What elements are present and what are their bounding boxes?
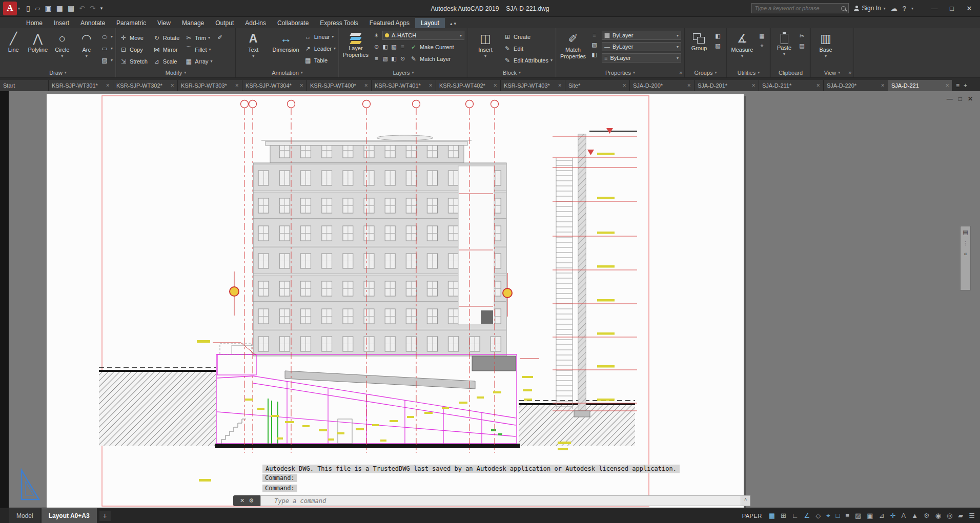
status-toggle-icon[interactable]: ▲ <box>911 512 918 519</box>
tab-overflow-icon[interactable]: ≡ <box>956 82 959 89</box>
match-properties-button[interactable]: ✐Match Properties <box>559 31 587 59</box>
command-close-icon[interactable]: ✕ <box>240 497 244 504</box>
layer-tool-icon[interactable]: ▧ <box>390 43 398 51</box>
ellipse-button[interactable]: ⬭▾ <box>100 32 113 41</box>
annotation-panel-label[interactable]: Annotation▾ <box>236 68 339 77</box>
app-menu-caret-icon[interactable]: ▾ <box>18 6 20 11</box>
ribbon-tab[interactable]: Manage <box>176 18 210 28</box>
status-toggle-icon[interactable]: ⚙ <box>924 512 930 519</box>
panel-overflow-icon[interactable]: » <box>848 70 851 75</box>
close-tab-icon[interactable]: ✕ <box>299 83 303 88</box>
file-tab[interactable]: KSR-SJP-WT401* ✕ <box>372 80 436 91</box>
file-tab[interactable]: KSR-SJP-WT302* ✕ <box>113 80 178 91</box>
groups-panel-label[interactable]: Groups▾ <box>685 68 726 77</box>
view-panel-label[interactable]: View▾» <box>811 68 853 77</box>
status-toggle-icon[interactable]: ≡ <box>845 512 849 519</box>
ribbon-tab[interactable]: Express Tools <box>314 18 363 28</box>
status-toggle-icon[interactable]: ◇ <box>815 512 821 519</box>
ribbon-tab[interactable]: Featured Apps <box>364 18 415 28</box>
properties-grid-icon[interactable]: ▧ <box>590 41 598 49</box>
quick-calculator-icon[interactable]: ▦ <box>758 32 766 40</box>
rectangle-button[interactable]: ▭▾ <box>100 44 113 53</box>
file-tab[interactable]: KSR-SJP-WT400* ✕ <box>307 80 372 91</box>
open-file-icon[interactable]: ▱ <box>35 4 40 12</box>
qat-dropdown-icon[interactable]: ▾ <box>100 6 103 11</box>
file-tab[interactable]: Start ✕ <box>0 80 49 91</box>
ribbon-tab[interactable]: Parametric <box>111 18 152 28</box>
utilities-panel-label[interactable]: Utilities▾ <box>727 68 770 77</box>
group-button[interactable]: Group <box>688 31 710 52</box>
close-tab-icon[interactable]: ✕ <box>881 83 885 88</box>
redo-icon[interactable]: ↷ <box>90 4 96 12</box>
new-layout-icon[interactable]: + <box>99 511 111 521</box>
line-button[interactable]: ╱Line <box>3 31 24 53</box>
modify-panel-label[interactable]: Modify▾ <box>116 68 235 77</box>
new-drawing-tab-icon[interactable]: + <box>964 82 967 89</box>
stretch-button[interactable]: ⇲Stretch <box>119 56 148 66</box>
status-toggle-icon[interactable]: ✛ <box>890 512 896 519</box>
undo-icon[interactable]: ↶ <box>79 4 85 12</box>
help-icon[interactable]: ? <box>903 5 906 12</box>
ribbon-tab[interactable]: Insert <box>48 18 75 28</box>
help-caret-icon[interactable]: ▾ <box>911 6 913 11</box>
status-toggle-icon[interactable]: ▰ <box>958 512 963 519</box>
layer-tool-icon[interactable]: ⊙ <box>399 55 406 62</box>
object-color-select[interactable]: ByLayer ▾ <box>602 31 681 40</box>
window-minimize-icon[interactable]: — <box>926 0 943 17</box>
close-tab-icon[interactable]: ✕ <box>622 83 626 88</box>
file-tab[interactable]: SJA-D-211* ✕ <box>759 80 824 91</box>
properties-misc-icon[interactable]: ◧ <box>590 51 598 58</box>
file-tab[interactable]: SJA-D-221 ✕ <box>888 80 953 91</box>
panel-overflow-icon[interactable]: » <box>679 70 682 75</box>
viewport-restore-icon[interactable]: □ <box>958 95 962 102</box>
ribbon-tab[interactable]: Add-ins <box>239 18 272 28</box>
status-toggle-icon[interactable]: ▨ <box>855 512 861 519</box>
file-tab[interactable]: KSR-SJP-WT304* ✕ <box>242 80 307 91</box>
paper-space-label[interactable]: PAPER <box>742 513 762 519</box>
layers-panel-label[interactable]: Layers▾ <box>339 68 467 77</box>
rotate-button[interactable]: ↻Rotate <box>153 33 179 43</box>
draw-panel-label[interactable]: Draw▾ <box>0 68 116 77</box>
properties-list-icon[interactable]: ≡ <box>590 31 598 39</box>
table-button[interactable]: ▦Table <box>304 55 336 65</box>
status-toggle-icon[interactable]: ◉ <box>935 512 941 519</box>
make-current-button[interactable]: ✓Make Current <box>410 42 454 52</box>
status-toggle-icon[interactable]: ◎ <box>947 512 952 519</box>
file-tab[interactable]: SJA-D-220* ✕ <box>824 80 888 91</box>
file-tab[interactable]: KSR-SJP-WT402* ✕ <box>436 80 501 91</box>
close-tab-icon[interactable]: ✕ <box>751 83 756 88</box>
layer-tool-icon[interactable]: ≡ <box>373 55 380 62</box>
status-toggle-icon[interactable]: ▣ <box>867 512 873 519</box>
close-tab-icon[interactable]: ✕ <box>170 83 174 88</box>
insert-button[interactable]: ◫Insert▾ <box>471 31 500 58</box>
polyline-button[interactable]: ⋀Polyline <box>28 31 49 53</box>
hatch-button[interactable]: ▨▾ <box>100 55 113 65</box>
match-layer-button[interactable]: ✎Match Layer <box>410 54 451 64</box>
status-toggle-icon[interactable]: ▦ <box>769 512 775 519</box>
close-tab-icon[interactable]: ✕ <box>364 83 368 88</box>
layer-select[interactable]: A-HATCH ▾ <box>382 31 464 40</box>
close-tab-icon[interactable]: ✕ <box>687 83 691 88</box>
ungroup-icon[interactable]: ◧ <box>714 32 722 40</box>
layer-tool-icon[interactable]: ≡ <box>399 43 406 51</box>
move-button[interactable]: ✛Move <box>119 33 148 43</box>
mirror-button[interactable]: ⋈Mirror <box>153 45 179 54</box>
close-tab-icon[interactable]: ✕ <box>428 83 433 88</box>
app-logo-icon[interactable]: A <box>3 2 17 15</box>
text-button[interactable]: AText▾ <box>239 31 268 58</box>
search-input[interactable] <box>754 5 839 11</box>
close-tab-icon[interactable]: ✕ <box>945 83 949 88</box>
linear-button[interactable]: ↔Linear▾ <box>304 32 336 41</box>
status-toggle-icon[interactable]: ⊞ <box>781 512 786 519</box>
group-edit-icon[interactable]: ▧ <box>714 42 722 50</box>
command-input[interactable] <box>274 497 741 505</box>
copy-clip-icon[interactable]: ▤ <box>798 42 806 50</box>
status-toggle-icon[interactable]: ⊿ <box>879 512 885 519</box>
cut-icon[interactable]: ✂ <box>798 32 806 40</box>
viewport-minimize-icon[interactable]: — <box>947 95 953 102</box>
file-tab[interactable]: KSR-SJP-WT301* ✕ <box>49 80 113 91</box>
close-tab-icon[interactable]: ✕ <box>235 83 239 88</box>
layer-properties-button[interactable]: Layer Properties <box>342 31 369 58</box>
trim-button[interactable]: ✂Trim▾ <box>185 33 212 43</box>
sign-in-button[interactable]: Sign In ▾ <box>854 5 885 12</box>
